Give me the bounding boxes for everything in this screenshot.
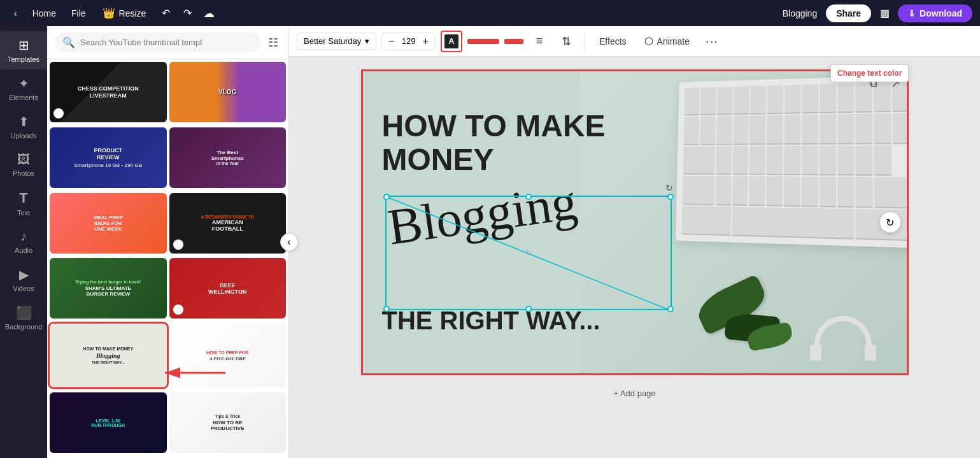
back-button[interactable]: ‹ (8, 6, 24, 21)
canvas-container: HOW TO MAKE MONEY Blogging (361, 69, 909, 375)
analytics-button[interactable]: ▩ (874, 3, 895, 24)
download-icon: ⇓ (908, 8, 916, 18)
canvas-expand-icon[interactable]: ↗ (891, 76, 900, 90)
photos-icon: 🖼 (17, 152, 30, 167)
headphones (805, 316, 881, 367)
audio-icon: ♪ (20, 229, 27, 244)
template-thumb-11[interactable]: LEVEL 1-50RUN-THROUGH (50, 392, 167, 453)
template-grid: CHESS COMPETITIONLIVESTREAM ▶ VLOG PRODU… (47, 59, 288, 458)
main-layout: ⊞ Templates ✦ Elements ⬆ Uploads 🖼 Photo… (0, 26, 980, 458)
canvas-toolbar: Better Saturday ▾ − 129 + A ≡ ⇅ Effects (289, 26, 980, 57)
filter-button[interactable]: ☷ (266, 33, 281, 52)
sidebar-item-background[interactable]: ⬛ Background (0, 299, 47, 337)
template-thumb-4[interactable]: The Best Smartphones of the Year (169, 127, 287, 188)
sidebar-item-text[interactable]: T Text (0, 183, 47, 223)
chevron-down-icon: ▾ (365, 36, 369, 46)
sidebar-item-label: Background (5, 323, 43, 331)
animate-button[interactable]: ⬡ Animate (638, 32, 696, 50)
template-thumb-1[interactable]: CHESS COMPETITIONLIVESTREAM ▶ (50, 62, 167, 122)
template-thumb-7[interactable]: Trying the best burger in town! SHAM'S U… (50, 258, 167, 318)
videos-icon: ▶ (19, 267, 29, 282)
template-search-bar: 🔍 ☷ (47, 26, 288, 59)
uploads-icon: ⬆ (18, 114, 29, 129)
icon-sidebar: ⊞ Templates ✦ Elements ⬆ Uploads 🖼 Photo… (0, 26, 47, 458)
download-button[interactable]: ⇓ Download (898, 4, 972, 22)
sidebar-item-templates[interactable]: ⊞ Templates (0, 31, 47, 69)
effects-button[interactable]: Effects (593, 33, 633, 50)
toolbar-separator (585, 33, 585, 50)
text-align-highlight (467, 39, 523, 44)
undo-redo-group: ↶ ↷ (156, 4, 197, 23)
template-thumb-5[interactable]: MEAL PREPIDEAS FORONE WEEK (50, 193, 167, 254)
font-family-value: Better Saturday (304, 36, 361, 46)
sidebar-item-label: Elements (9, 94, 38, 101)
template-panel: 🔍 ☷ CHESS COMPETITIONLIVESTREAM ▶ VLOG (47, 26, 289, 458)
font-size-decrease-button[interactable]: − (386, 34, 397, 48)
home-button[interactable]: Home (26, 6, 62, 21)
template-thumb-8[interactable]: BEEFWELLINGTON ▶ (169, 258, 287, 318)
animate-label: Animate (657, 36, 690, 47)
sidebar-item-label: Photos (13, 169, 34, 177)
font-family-selector[interactable]: Better Saturday ▾ (297, 32, 376, 50)
text-icon: T (19, 190, 27, 206)
template-thumb-3[interactable]: PRODUCTREVIEW Smartphone 19 GB • 190 GB (50, 127, 167, 188)
canvas-title-text[interactable]: HOW TO MAKE MONEY (382, 110, 700, 177)
sidebar-item-label: Templates (8, 55, 39, 63)
search-input[interactable] (80, 38, 253, 47)
sidebar-item-label: Videos (13, 285, 34, 292)
redo-button[interactable]: ↷ (178, 4, 197, 23)
canvas-refresh-button[interactable]: ↻ (880, 212, 900, 233)
top-navigation: ‹ Home File 👑 Resize ↶ ↷ ☁ Blogging Shar… (0, 0, 980, 26)
sidebar-item-elements[interactable]: ✦ Elements (0, 69, 47, 108)
search-icon: 🔍 (62, 36, 75, 48)
template-thumb-6[interactable]: A BEGINNERS GUIDE TO AMERICANFOOTBALL ▶ (169, 193, 287, 254)
template-panel-wrap: 🔍 ☷ CHESS COMPETITIONLIVESTREAM ▶ VLOG (47, 26, 289, 458)
font-size-control: − 129 + (381, 32, 436, 50)
template-thumb-9-selected[interactable]: HOW TO MAKE MONEY Blogging THE RIGHT WAY… (50, 324, 167, 387)
more-options-button[interactable]: ··· (701, 31, 723, 52)
sidebar-item-label: Text (17, 209, 30, 217)
panel-collapse-button[interactable]: ‹ (280, 233, 298, 251)
resize-button[interactable]: 👑 Resize (95, 4, 154, 22)
canvas-wrapper: HOW TO MAKE MONEY Blogging (289, 57, 980, 458)
template-thumb-10[interactable]: HOW TO PREP FOR A FIVE-DAY TRIP ▶ (169, 324, 287, 387)
font-size-value: 129 (400, 36, 418, 46)
effects-label: Effects (599, 36, 627, 47)
text-list-button[interactable]: ≡ (529, 31, 550, 52)
search-input-wrap[interactable]: 🔍 (55, 32, 260, 52)
crown-icon: 👑 (103, 7, 115, 19)
canvas-frame-icon[interactable]: ⧉ (869, 76, 877, 90)
sidebar-item-videos[interactable]: ▶ Videos (0, 261, 47, 299)
elements-icon: ✦ (18, 76, 29, 91)
text-spacing-button[interactable]: ⇅ (555, 31, 577, 52)
sidebar-item-audio[interactable]: ♪ Audio (0, 223, 47, 261)
text-color-swatch: A (444, 34, 458, 48)
templates-icon: ⊞ (18, 38, 29, 53)
canvas-background: HOW TO MAKE MONEY Blogging (363, 71, 907, 373)
undo-button[interactable]: ↶ (156, 4, 175, 23)
design-canvas[interactable]: HOW TO MAKE MONEY Blogging (361, 69, 909, 375)
text-color-button[interactable]: A (441, 31, 462, 52)
template-thumb-12[interactable]: Tips & Trick HOW TO BEPRODUCTIVE (169, 392, 287, 453)
animate-icon: ⬡ (644, 35, 653, 47)
add-page-button[interactable]: + Add page (613, 389, 655, 398)
keyboard (675, 75, 906, 248)
project-title: Blogging (776, 6, 824, 21)
canvas-area: Better Saturday ▾ − 129 + A ≡ ⇅ Effects (289, 26, 980, 458)
template-thumb-2[interactable]: VLOG (169, 62, 287, 122)
share-button[interactable]: Share (826, 4, 871, 22)
canvas-subtitle-text[interactable]: THE RIGHT WAY... (382, 306, 600, 335)
file-button[interactable]: File (65, 6, 92, 21)
cloud-save-button[interactable]: ☁ (199, 4, 218, 23)
sidebar-item-label: Audio (15, 247, 32, 254)
sidebar-item-photos[interactable]: 🖼 Photos (0, 146, 47, 183)
font-size-increase-button[interactable]: + (420, 34, 431, 48)
sidebar-item-uploads[interactable]: ⬆ Uploads (0, 108, 47, 146)
background-icon: ⬛ (16, 305, 32, 320)
sidebar-item-label: Uploads (11, 132, 36, 140)
